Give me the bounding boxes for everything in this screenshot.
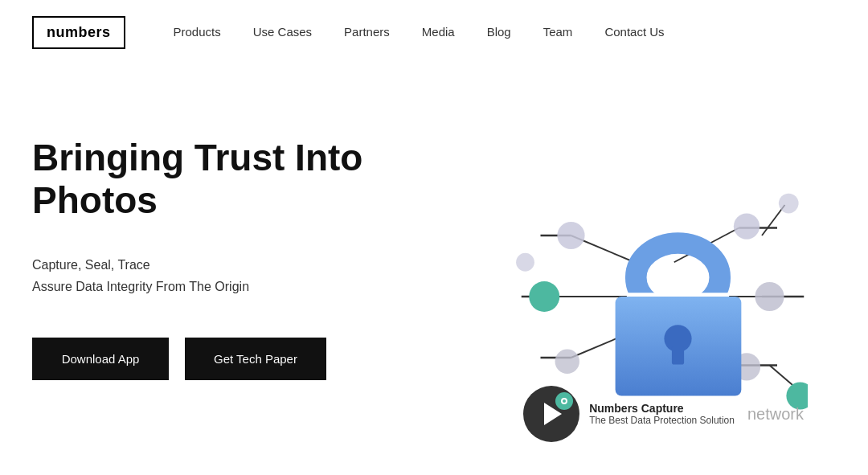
nav-link-media[interactable]: Media bbox=[422, 25, 455, 39]
navbar: numbers Products Use Cases Partners Medi… bbox=[0, 0, 868, 64]
nav-item-media[interactable]: Media bbox=[422, 25, 455, 39]
video-text: Numbers Capture The Best Data Protection… bbox=[589, 402, 735, 426]
nav-item-team[interactable]: Team bbox=[543, 25, 573, 39]
video-title: Numbers Capture bbox=[589, 402, 735, 415]
svg-point-14 bbox=[557, 222, 584, 249]
nav-item-blog[interactable]: Blog bbox=[487, 25, 511, 39]
overlay-icon bbox=[555, 392, 573, 410]
svg-point-29 bbox=[563, 399, 566, 403]
svg-point-20 bbox=[755, 282, 784, 311]
video-subtitle: The Best Data Protection Solution bbox=[589, 415, 735, 426]
network-label: network bbox=[747, 405, 804, 424]
nav-links: Products Use Cases Partners Media Blog T… bbox=[174, 25, 665, 39]
get-tech-paper-button[interactable]: Get Tech Paper bbox=[185, 338, 326, 380]
svg-rect-27 bbox=[672, 346, 684, 365]
logo-text: numbers bbox=[47, 24, 111, 40]
logo[interactable]: numbers bbox=[32, 16, 125, 49]
hero-left: Bringing Trust Into Photos Capture, Seal… bbox=[32, 113, 474, 380]
video-thumbnail[interactable]: Numbers Capture The Best Data Protection… bbox=[523, 386, 804, 442]
nav-item-contact[interactable]: Contact Us bbox=[604, 25, 664, 39]
svg-point-16 bbox=[555, 350, 579, 374]
hero-title: Bringing Trust Into Photos bbox=[32, 137, 474, 222]
svg-point-15 bbox=[529, 281, 559, 312]
nav-link-products[interactable]: Products bbox=[174, 25, 221, 39]
hero-section: Bringing Trust Into Photos Capture, Seal… bbox=[0, 64, 868, 475]
nav-link-blog[interactable]: Blog bbox=[487, 25, 511, 39]
download-app-button[interactable]: Download App bbox=[32, 338, 169, 380]
lock-illustration bbox=[502, 141, 808, 422]
nav-link-contact[interactable]: Contact Us bbox=[604, 25, 664, 39]
hero-subtitle: Capture, Seal, Trace Assure Data Integri… bbox=[32, 254, 474, 297]
svg-point-19 bbox=[779, 194, 799, 214]
nav-item-usecases[interactable]: Use Cases bbox=[253, 25, 312, 39]
svg-point-18 bbox=[734, 213, 760, 239]
svg-point-17 bbox=[516, 253, 534, 272]
nav-link-partners[interactable]: Partners bbox=[344, 25, 390, 39]
hero-right: Numbers Capture The Best Data Protection… bbox=[474, 113, 836, 450]
nav-link-usecases[interactable]: Use Cases bbox=[253, 25, 312, 39]
hero-buttons: Download App Get Tech Paper bbox=[32, 338, 474, 380]
nav-item-products[interactable]: Products bbox=[174, 25, 221, 39]
nav-link-team[interactable]: Team bbox=[543, 25, 573, 39]
subtitle-line2: Assure Data Integrity From The Origin bbox=[32, 280, 249, 293]
nav-item-partners[interactable]: Partners bbox=[344, 25, 390, 39]
play-button[interactable] bbox=[523, 386, 579, 442]
subtitle-line1: Capture, Seal, Trace bbox=[32, 258, 150, 272]
